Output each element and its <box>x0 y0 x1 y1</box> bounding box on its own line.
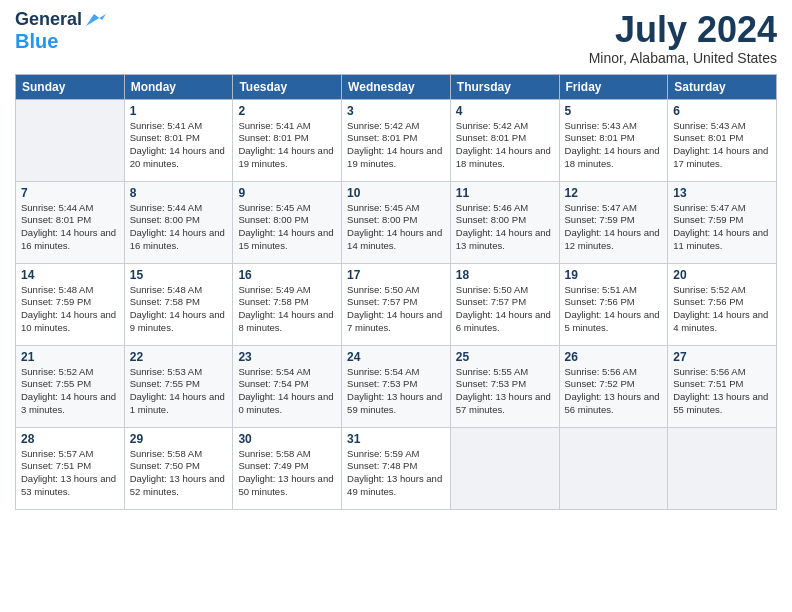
week-row-1: 1Sunrise: 5:41 AM Sunset: 8:01 PM Daylig… <box>16 99 777 181</box>
day-number: 13 <box>673 186 771 200</box>
day-info: Sunrise: 5:44 AM Sunset: 8:00 PM Dayligh… <box>130 202 228 253</box>
calendar-cell: 11Sunrise: 5:46 AM Sunset: 8:00 PM Dayli… <box>450 181 559 263</box>
day-info: Sunrise: 5:53 AM Sunset: 7:55 PM Dayligh… <box>130 366 228 417</box>
day-number: 30 <box>238 432 336 446</box>
day-info: Sunrise: 5:43 AM Sunset: 8:01 PM Dayligh… <box>565 120 663 171</box>
day-info: Sunrise: 5:55 AM Sunset: 7:53 PM Dayligh… <box>456 366 554 417</box>
day-info: Sunrise: 5:48 AM Sunset: 7:58 PM Dayligh… <box>130 284 228 335</box>
calendar-cell: 8Sunrise: 5:44 AM Sunset: 8:00 PM Daylig… <box>124 181 233 263</box>
day-number: 2 <box>238 104 336 118</box>
day-number: 26 <box>565 350 663 364</box>
day-info: Sunrise: 5:47 AM Sunset: 7:59 PM Dayligh… <box>673 202 771 253</box>
calendar-cell <box>559 427 668 509</box>
day-number: 14 <box>21 268 119 282</box>
header-monday: Monday <box>124 74 233 99</box>
week-row-3: 14Sunrise: 5:48 AM Sunset: 7:59 PM Dayli… <box>16 263 777 345</box>
calendar-cell: 16Sunrise: 5:49 AM Sunset: 7:58 PM Dayli… <box>233 263 342 345</box>
day-info: Sunrise: 5:43 AM Sunset: 8:01 PM Dayligh… <box>673 120 771 171</box>
calendar-cell: 30Sunrise: 5:58 AM Sunset: 7:49 PM Dayli… <box>233 427 342 509</box>
day-info: Sunrise: 5:56 AM Sunset: 7:51 PM Dayligh… <box>673 366 771 417</box>
calendar-cell <box>16 99 125 181</box>
day-number: 12 <box>565 186 663 200</box>
day-info: Sunrise: 5:52 AM Sunset: 7:56 PM Dayligh… <box>673 284 771 335</box>
title-block: July 2024 Minor, Alabama, United States <box>589 10 777 66</box>
calendar-cell: 25Sunrise: 5:55 AM Sunset: 7:53 PM Dayli… <box>450 345 559 427</box>
day-info: Sunrise: 5:44 AM Sunset: 8:01 PM Dayligh… <box>21 202 119 253</box>
day-info: Sunrise: 5:47 AM Sunset: 7:59 PM Dayligh… <box>565 202 663 253</box>
day-info: Sunrise: 5:50 AM Sunset: 7:57 PM Dayligh… <box>347 284 445 335</box>
day-number: 4 <box>456 104 554 118</box>
day-number: 15 <box>130 268 228 282</box>
day-number: 28 <box>21 432 119 446</box>
header-tuesday: Tuesday <box>233 74 342 99</box>
day-number: 23 <box>238 350 336 364</box>
calendar-cell: 6Sunrise: 5:43 AM Sunset: 8:01 PM Daylig… <box>668 99 777 181</box>
day-number: 8 <box>130 186 228 200</box>
day-info: Sunrise: 5:42 AM Sunset: 8:01 PM Dayligh… <box>347 120 445 171</box>
calendar-cell: 28Sunrise: 5:57 AM Sunset: 7:51 PM Dayli… <box>16 427 125 509</box>
calendar-cell: 31Sunrise: 5:59 AM Sunset: 7:48 PM Dayli… <box>342 427 451 509</box>
calendar-cell: 4Sunrise: 5:42 AM Sunset: 8:01 PM Daylig… <box>450 99 559 181</box>
day-number: 16 <box>238 268 336 282</box>
calendar-table: SundayMondayTuesdayWednesdayThursdayFrid… <box>15 74 777 510</box>
calendar-cell: 15Sunrise: 5:48 AM Sunset: 7:58 PM Dayli… <box>124 263 233 345</box>
header-sunday: Sunday <box>16 74 125 99</box>
day-info: Sunrise: 5:45 AM Sunset: 8:00 PM Dayligh… <box>238 202 336 253</box>
logo: General Blue <box>15 10 106 52</box>
week-row-2: 7Sunrise: 5:44 AM Sunset: 8:01 PM Daylig… <box>16 181 777 263</box>
day-number: 18 <box>456 268 554 282</box>
day-info: Sunrise: 5:52 AM Sunset: 7:55 PM Dayligh… <box>21 366 119 417</box>
day-number: 31 <box>347 432 445 446</box>
day-number: 25 <box>456 350 554 364</box>
day-number: 3 <box>347 104 445 118</box>
location: Minor, Alabama, United States <box>589 50 777 66</box>
day-info: Sunrise: 5:49 AM Sunset: 7:58 PM Dayligh… <box>238 284 336 335</box>
calendar-cell: 13Sunrise: 5:47 AM Sunset: 7:59 PM Dayli… <box>668 181 777 263</box>
day-info: Sunrise: 5:57 AM Sunset: 7:51 PM Dayligh… <box>21 448 119 499</box>
calendar-cell: 10Sunrise: 5:45 AM Sunset: 8:00 PM Dayli… <box>342 181 451 263</box>
day-info: Sunrise: 5:46 AM Sunset: 8:00 PM Dayligh… <box>456 202 554 253</box>
day-number: 1 <box>130 104 228 118</box>
day-number: 11 <box>456 186 554 200</box>
day-info: Sunrise: 5:48 AM Sunset: 7:59 PM Dayligh… <box>21 284 119 335</box>
day-info: Sunrise: 5:45 AM Sunset: 8:00 PM Dayligh… <box>347 202 445 253</box>
header-friday: Friday <box>559 74 668 99</box>
day-number: 19 <box>565 268 663 282</box>
calendar-cell: 20Sunrise: 5:52 AM Sunset: 7:56 PM Dayli… <box>668 263 777 345</box>
day-number: 24 <box>347 350 445 364</box>
week-row-5: 28Sunrise: 5:57 AM Sunset: 7:51 PM Dayli… <box>16 427 777 509</box>
calendar-cell: 29Sunrise: 5:58 AM Sunset: 7:50 PM Dayli… <box>124 427 233 509</box>
calendar-cell: 3Sunrise: 5:42 AM Sunset: 8:01 PM Daylig… <box>342 99 451 181</box>
logo-text-blue: Blue <box>15 30 58 52</box>
calendar-cell: 14Sunrise: 5:48 AM Sunset: 7:59 PM Dayli… <box>16 263 125 345</box>
day-number: 22 <box>130 350 228 364</box>
day-number: 27 <box>673 350 771 364</box>
calendar-cell: 9Sunrise: 5:45 AM Sunset: 8:00 PM Daylig… <box>233 181 342 263</box>
calendar-cell: 1Sunrise: 5:41 AM Sunset: 8:01 PM Daylig… <box>124 99 233 181</box>
calendar-cell: 5Sunrise: 5:43 AM Sunset: 8:01 PM Daylig… <box>559 99 668 181</box>
calendar-cell <box>668 427 777 509</box>
calendar-cell <box>450 427 559 509</box>
day-number: 7 <box>21 186 119 200</box>
header-thursday: Thursday <box>450 74 559 99</box>
month-title: July 2024 <box>589 10 777 50</box>
calendar-cell: 26Sunrise: 5:56 AM Sunset: 7:52 PM Dayli… <box>559 345 668 427</box>
calendar-cell: 23Sunrise: 5:54 AM Sunset: 7:54 PM Dayli… <box>233 345 342 427</box>
header-wednesday: Wednesday <box>342 74 451 99</box>
day-number: 5 <box>565 104 663 118</box>
day-number: 20 <box>673 268 771 282</box>
calendar-cell: 7Sunrise: 5:44 AM Sunset: 8:01 PM Daylig… <box>16 181 125 263</box>
day-number: 10 <box>347 186 445 200</box>
calendar-cell: 12Sunrise: 5:47 AM Sunset: 7:59 PM Dayli… <box>559 181 668 263</box>
header-saturday: Saturday <box>668 74 777 99</box>
day-info: Sunrise: 5:41 AM Sunset: 8:01 PM Dayligh… <box>130 120 228 171</box>
day-number: 17 <box>347 268 445 282</box>
logo-icon <box>84 12 106 28</box>
day-info: Sunrise: 5:56 AM Sunset: 7:52 PM Dayligh… <box>565 366 663 417</box>
day-number: 29 <box>130 432 228 446</box>
calendar-header-row: SundayMondayTuesdayWednesdayThursdayFrid… <box>16 74 777 99</box>
day-info: Sunrise: 5:59 AM Sunset: 7:48 PM Dayligh… <box>347 448 445 499</box>
calendar-cell: 27Sunrise: 5:56 AM Sunset: 7:51 PM Dayli… <box>668 345 777 427</box>
calendar-cell: 22Sunrise: 5:53 AM Sunset: 7:55 PM Dayli… <box>124 345 233 427</box>
day-info: Sunrise: 5:41 AM Sunset: 8:01 PM Dayligh… <box>238 120 336 171</box>
